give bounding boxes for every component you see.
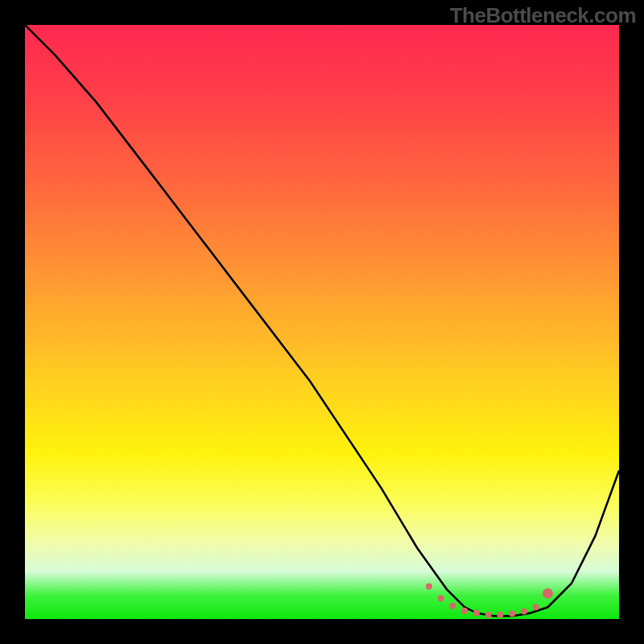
valley-marker (449, 603, 456, 609)
chart-svg (25, 25, 619, 619)
valley-marker (426, 583, 432, 589)
valley-marker (521, 608, 527, 614)
valley-marker (461, 608, 468, 614)
chart-frame: TheBottleneck.com (0, 0, 644, 644)
valley-marker (497, 612, 503, 618)
watermark-text: TheBottleneck.com (450, 3, 636, 28)
valley-marker (485, 612, 492, 618)
valley-marker (543, 588, 553, 599)
bottleneck-curve (25, 25, 619, 616)
valley-marker (473, 610, 480, 617)
valley-marker (509, 610, 515, 617)
valley-marker (533, 604, 539, 610)
plot-area (25, 25, 619, 619)
valley-marker (438, 595, 444, 601)
